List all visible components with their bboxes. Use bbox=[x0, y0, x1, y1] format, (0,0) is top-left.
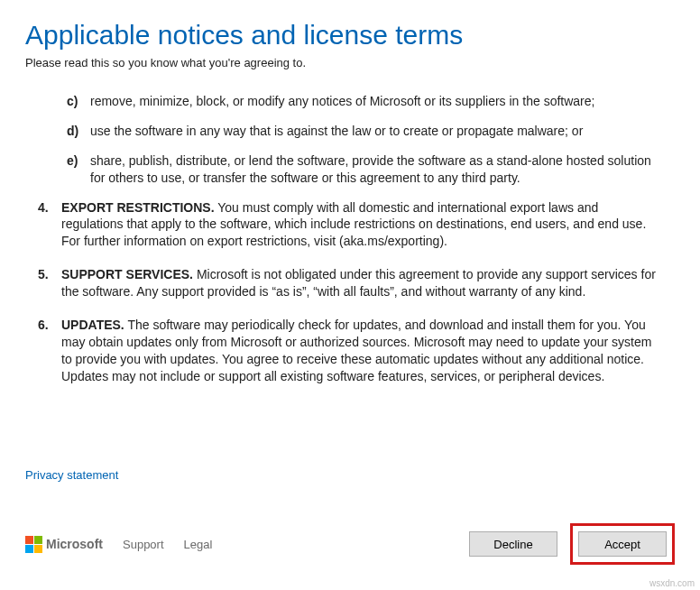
accept-highlight: Accept bbox=[570, 523, 675, 565]
microsoft-logo-icon bbox=[25, 536, 42, 553]
section-body: EXPORT RESTRICTIONS. You must comply wit… bbox=[61, 199, 662, 251]
page-subtitle: Please read this so you know what you're… bbox=[25, 56, 675, 69]
list-text: use the software in any way that is agai… bbox=[90, 123, 662, 140]
watermark: wsxdn.com bbox=[649, 578, 695, 588]
section-title: EXPORT RESTRICTIONS. bbox=[61, 200, 215, 215]
list-text: share, publish, distribute, or lend the … bbox=[90, 152, 662, 187]
page-title: Applicable notices and license terms bbox=[25, 20, 675, 51]
list-item: e) share, publish, distribute, or lend t… bbox=[67, 152, 662, 187]
decline-button[interactable]: Decline bbox=[469, 531, 557, 557]
list-marker: e) bbox=[67, 152, 90, 187]
section-number: 5. bbox=[38, 266, 61, 300]
section-text: The software may periodically check for … bbox=[61, 318, 651, 383]
list-item: c) remove, minimize, block, or modify an… bbox=[67, 93, 662, 110]
section-number: 4. bbox=[38, 199, 61, 251]
microsoft-logo: Microsoft bbox=[25, 536, 103, 553]
section-item: 6. UPDATES. The software may periodicall… bbox=[38, 317, 662, 385]
list-item: d) use the software in any way that is a… bbox=[67, 123, 662, 140]
list-text: remove, minimize, block, or modify any n… bbox=[90, 93, 662, 110]
section-number: 6. bbox=[38, 317, 61, 385]
section-body: UPDATES. The software may periodically c… bbox=[61, 317, 662, 385]
section-body: SUPPORT SERVICES. Microsoft is not oblig… bbox=[61, 266, 662, 300]
list-marker: c) bbox=[67, 93, 90, 110]
list-marker: d) bbox=[67, 123, 90, 140]
license-text-area[interactable]: c) remove, minimize, block, or modify an… bbox=[25, 86, 675, 465]
legal-link[interactable]: Legal bbox=[184, 538, 213, 551]
privacy-statement-link[interactable]: Privacy statement bbox=[0, 465, 118, 482]
section-title: SUPPORT SERVICES. bbox=[61, 267, 193, 281]
section-title: UPDATES. bbox=[61, 318, 124, 332]
footer: Microsoft Support Legal Decline Accept bbox=[25, 523, 675, 565]
support-link[interactable]: Support bbox=[123, 538, 164, 551]
section-item: 5. SUPPORT SERVICES. Microsoft is not ob… bbox=[38, 266, 662, 300]
section-item: 4. EXPORT RESTRICTIONS. You must comply … bbox=[38, 199, 662, 251]
accept-button[interactable]: Accept bbox=[578, 531, 667, 557]
microsoft-label: Microsoft bbox=[46, 537, 103, 551]
